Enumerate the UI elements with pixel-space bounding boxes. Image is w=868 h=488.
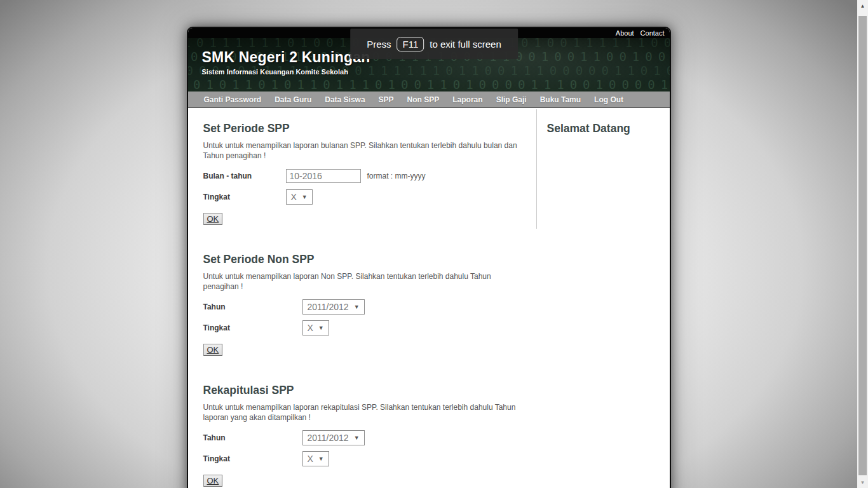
section-description: Untuk untuk menampilkan laporan Non SPP.… [203,271,524,292]
bulan-tahun-row: Bulan - tahun format : mm-yyyy [203,168,536,184]
tahun-label: Tahun [203,433,302,442]
nav-item-data-siswa[interactable]: Data Siswa [325,95,365,104]
section-title: Set Periode Non SPP [203,253,536,266]
scroll-up-icon[interactable]: ▲ [857,0,868,11]
browser-scrollbar[interactable]: ▲ ▼ [857,0,868,488]
tahun-select-value: 2011/2012 [308,433,349,443]
scroll-down-icon[interactable]: ▼ [857,477,868,488]
desktop-background: About Contact 10111111010010000111101001… [0,0,857,488]
ok-button-set-periode-non-spp[interactable]: OK [203,344,223,356]
nav-item-spp[interactable]: SPP [379,95,394,104]
tingkat-label: Tingkat [203,454,302,463]
fullscreen-toast: Press F11 to exit full screen [350,29,518,59]
tahun-label: Tahun [203,302,302,311]
tingkat-label: Tingkat [203,193,286,201]
tingkat-select-value: X [308,323,313,333]
section-set-periode-non-spp: Set Periode Non SPP Untuk untuk menampil… [203,253,536,356]
chevron-down-icon: ▼ [354,304,360,310]
nav-item-buku-tamu[interactable]: Buku Tamu [540,95,581,104]
bulan-tahun-input[interactable] [286,169,361,183]
tingkat-label: Tingkat [203,323,302,332]
chevron-down-icon: ▼ [318,456,324,462]
ok-button-rekapitulasi-spp[interactable]: OK [203,475,223,487]
tahun-select[interactable]: 2011/2012 ▼ [302,299,365,315]
tingkat-select[interactable]: X ▼ [302,320,329,336]
contact-link[interactable]: Contact [641,29,665,37]
tahun-select-value: 2011/2012 [308,302,349,312]
nav-item-non-spp[interactable]: Non SPP [407,95,440,104]
chevron-down-icon: ▼ [318,325,324,331]
format-hint: format : mm-yyyy [367,172,426,180]
tingkat-row: Tingkat X ▼ [203,320,536,336]
sidebar-title: Selamat Datang [547,122,670,135]
main-navigation: Ganti Password Data Guru Data Siswa SPP … [188,92,670,108]
sidebar: Selamat Datang [537,108,670,488]
tahun-select[interactable]: 2011/2012 ▼ [302,430,365,445]
tahun-row: Tahun 2011/2012 ▼ [203,299,536,315]
tingkat-select[interactable]: X ▼ [302,451,329,466]
toast-suffix: to exit full screen [430,39,501,50]
section-title: Set Periode SPP [203,122,536,135]
scrollbar-thumb[interactable] [858,16,867,475]
chevron-down-icon: ▼ [354,435,360,441]
tingkat-select-value: X [308,454,313,464]
tingkat-select[interactable]: X ▼ [286,189,313,205]
about-link[interactable]: About [616,29,634,37]
section-rekapitulasi-spp: Rekapitulasi SPP Untuk untuk menampilkan… [203,384,536,487]
nav-item-laporan[interactable]: Laporan [452,95,482,104]
section-description: Untuk untuk menampilkan laporan rekapitu… [203,402,524,423]
nav-item-data-guru[interactable]: Data Guru [275,95,311,104]
bulan-tahun-label: Bulan - tahun [203,172,286,180]
section-title: Rekapitulasi SPP [203,384,536,397]
tahun-row: Tahun 2011/2012 ▼ [203,430,536,446]
tingkat-row: Tingkat X ▼ [203,189,536,205]
site-subtitle: Sistem Informasi Keuangan Komite Sekolah [188,66,670,76]
chevron-down-icon: ▼ [302,194,308,200]
site-window: About Contact 10111111010010000111101001… [187,27,671,488]
nav-item-ganti-password[interactable]: Ganti Password [204,95,262,104]
section-description: Untuk untuk menampilkan laporan bulanan … [203,140,524,161]
nav-item-log-out[interactable]: Log Out [594,95,623,104]
section-set-periode-spp: Set Periode SPP Untuk untuk menampilkan … [203,122,536,225]
nav-item-slip-gaji[interactable]: Slip Gaji [496,95,527,104]
tingkat-select-value: X [291,192,297,202]
content-area: Set Periode SPP Untuk untuk menampilkan … [188,108,670,488]
tingkat-row: Tingkat X ▼ [203,451,536,467]
main-column: Set Periode SPP Untuk untuk menampilkan … [188,108,536,488]
ok-button-set-periode-spp[interactable]: OK [203,213,223,225]
f11-key: F11 [397,37,424,51]
toast-prefix: Press [367,39,391,50]
